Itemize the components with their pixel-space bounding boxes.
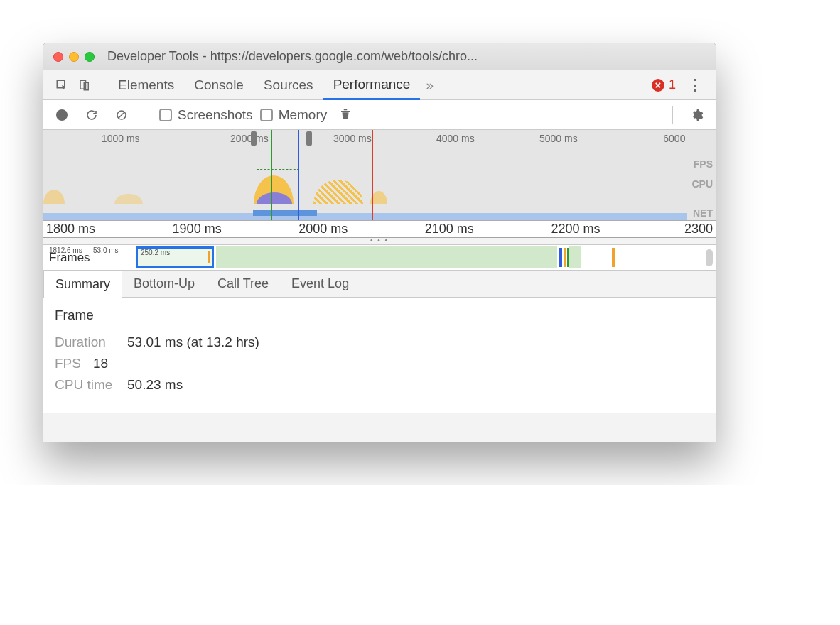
close-window-button[interactable] <box>53 52 63 62</box>
reload-button[interactable] <box>80 104 103 126</box>
device-toggle-icon[interactable] <box>73 74 96 97</box>
ruler-tick: 1900 ms <box>173 222 299 237</box>
tab-summary[interactable]: Summary <box>43 271 122 298</box>
summary-pane: Frame Duration 53.01 ms (at 13.2 hrs) FP… <box>43 298 716 413</box>
marker-blue <box>298 130 299 220</box>
memory-checkbox[interactable]: Memory <box>260 107 328 123</box>
clear-button[interactable] <box>110 104 133 126</box>
devtools-window: Developer Tools - https://developers.goo… <box>43 43 716 442</box>
blank-area <box>43 413 716 442</box>
fps-label: FPS <box>694 158 713 170</box>
summary-row-duration: Duration 53.01 ms (at 13.2 hrs) <box>55 335 704 350</box>
svg-line-4 <box>119 112 125 118</box>
ruler-tick: 2100 ms <box>425 222 551 237</box>
tab-performance[interactable]: Performance <box>323 70 421 100</box>
net-label: NET <box>693 207 713 219</box>
ruler-tick: 2000 ms <box>298 222 425 237</box>
tab-call-tree[interactable]: Call Tree <box>206 271 280 297</box>
tab-bottom-up[interactable]: Bottom-Up <box>122 271 206 297</box>
memory-label: Memory <box>279 107 328 123</box>
tab-elements[interactable]: Elements <box>108 70 184 100</box>
ruler-tick: 1800 ms <box>46 222 173 237</box>
range-handle-right[interactable] <box>306 131 312 146</box>
separator <box>102 76 102 94</box>
separator <box>146 106 146 124</box>
marker-red <box>372 130 373 220</box>
summary-row-cpu: CPU time 50.23 ms <box>55 377 704 393</box>
ruler-tick: 2300 <box>677 222 713 237</box>
tab-event-log[interactable]: Event Log <box>280 271 360 297</box>
svg-rect-6 <box>344 109 348 110</box>
svg-rect-5 <box>341 111 350 112</box>
svg-rect-1 <box>80 80 86 89</box>
frame-marker <box>612 248 615 267</box>
net-track <box>43 213 687 220</box>
time-tick: 6000 <box>663 133 685 144</box>
error-count: 1 <box>669 77 676 92</box>
scrollbar-thumb[interactable] <box>706 249 713 266</box>
window-title: Developer Tools - https://developers.goo… <box>107 49 478 64</box>
range-handle-left[interactable] <box>251 131 257 146</box>
summary-row-fps: FPS 18 <box>55 356 704 371</box>
fps-marker <box>257 153 299 170</box>
resize-handle[interactable]: • • • <box>43 238 716 245</box>
time-tick: 1000 ms <box>102 133 140 144</box>
net-activity <box>253 210 317 216</box>
duration-value: 53.01 ms (at 13.2 hrs) <box>127 335 259 350</box>
fps-value: 18 <box>93 356 108 371</box>
frame-block[interactable] <box>216 246 557 268</box>
checkbox-icon <box>159 109 172 121</box>
checkbox-icon <box>260 109 273 121</box>
frame-time: 1812.6 ms <box>49 246 82 254</box>
cpu-key: CPU time <box>55 377 119 393</box>
detail-tabs: Summary Bottom-Up Call Tree Event Log <box>43 271 716 298</box>
kebab-menu-icon[interactable]: ⋮ <box>682 76 709 94</box>
maximize-window-button[interactable] <box>85 52 95 62</box>
perf-toolbar: Screenshots Memory <box>43 100 716 130</box>
tab-sources[interactable]: Sources <box>254 70 323 100</box>
error-badge[interactable]: 1 <box>652 77 676 92</box>
more-tabs-icon[interactable]: » <box>420 77 439 93</box>
marker-green <box>271 130 272 220</box>
detail-ruler[interactable]: 1800 ms 1900 ms 2000 ms 2100 ms 2200 ms … <box>43 221 716 238</box>
frame-marker <box>559 248 562 267</box>
frame-time: 250.2 ms <box>141 249 215 256</box>
overview-time-axis: 1000 ms 2000 ms 3000 ms 4000 ms 5000 ms … <box>43 133 687 146</box>
time-tick: 3000 ms <box>333 133 372 144</box>
cpu-track <box>43 171 687 204</box>
fps-key: FPS <box>55 356 85 371</box>
frame-time: 53.0 ms <box>93 246 119 254</box>
minimize-window-button[interactable] <box>69 52 79 62</box>
time-tick: 5000 ms <box>539 133 578 144</box>
titlebar: Developer Tools - https://developers.goo… <box>43 43 716 70</box>
inspect-icon[interactable] <box>50 74 73 97</box>
frame-marker <box>567 248 569 267</box>
time-tick: 2000 ms <box>230 133 269 144</box>
tab-console[interactable]: Console <box>184 70 254 100</box>
ruler-tick: 2200 ms <box>551 222 677 237</box>
cpu-value: 50.23 ms <box>127 377 183 393</box>
error-icon <box>652 79 664 92</box>
frames-track[interactable]: Frames 1812.6 ms 53.0 ms 250.2 ms <box>43 245 716 271</box>
record-button[interactable] <box>50 104 73 126</box>
duration-key: Duration <box>55 335 119 350</box>
settings-gear-icon[interactable] <box>686 104 709 126</box>
frame-marker <box>564 248 566 267</box>
cpu-label: CPU <box>691 178 713 190</box>
separator <box>672 106 673 124</box>
selected-frame[interactable]: 250.2 ms <box>136 246 214 268</box>
summary-title: Frame <box>55 308 704 323</box>
timeline-overview[interactable]: 1000 ms 2000 ms 3000 ms 4000 ms 5000 ms … <box>43 130 716 221</box>
screenshots-checkbox[interactable]: Screenshots <box>159 107 253 123</box>
devtools-tabs: Elements Console Sources Performance » 1… <box>43 70 716 100</box>
time-tick: 4000 ms <box>436 133 475 144</box>
frame-block[interactable] <box>569 246 581 268</box>
screenshots-label: Screenshots <box>178 107 253 123</box>
traffic-lights <box>53 52 95 62</box>
delete-button[interactable] <box>334 104 357 126</box>
